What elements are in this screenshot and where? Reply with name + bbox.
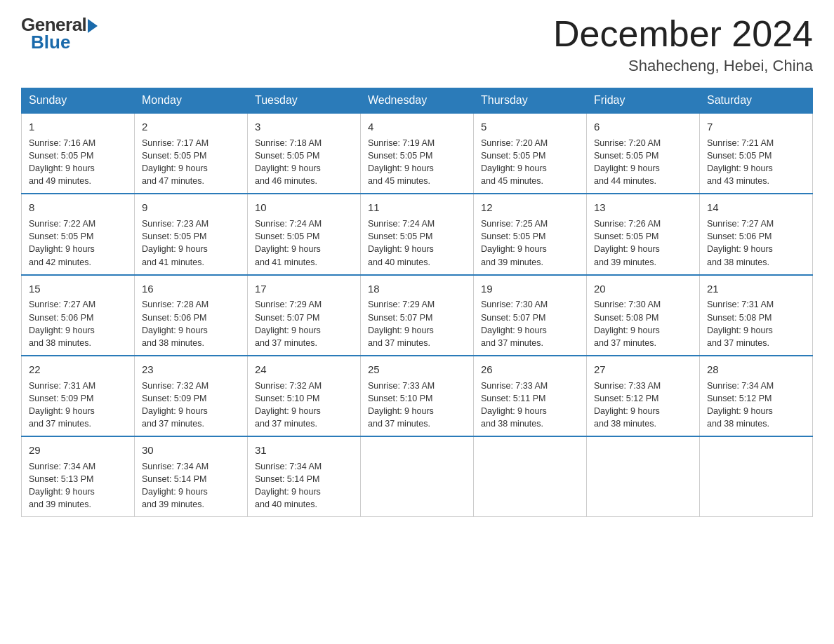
day-number: 4 — [368, 119, 466, 135]
calendar-cell: 9Sunrise: 7:23 AMSunset: 5:05 PMDaylight… — [135, 194, 248, 274]
day-number: 26 — [481, 362, 579, 377]
cell-info: Sunrise: 7:29 AMSunset: 5:07 PMDaylight:… — [368, 298, 466, 349]
cell-info: Sunrise: 7:34 AMSunset: 5:14 PMDaylight:… — [142, 460, 240, 511]
month-title: December 2024 — [553, 14, 813, 54]
cell-info: Sunrise: 7:26 AMSunset: 5:05 PMDaylight:… — [594, 217, 692, 269]
day-number: 14 — [707, 200, 805, 215]
calendar-cell: 21Sunrise: 7:31 AMSunset: 5:08 PMDayligh… — [700, 275, 813, 356]
day-number: 29 — [29, 443, 127, 458]
calendar-cell — [700, 436, 813, 517]
cell-info: Sunrise: 7:24 AMSunset: 5:05 PMDaylight:… — [368, 217, 466, 269]
header-saturday: Saturday — [700, 88, 813, 114]
calendar-cell: 3Sunrise: 7:18 AMSunset: 5:05 PMDaylight… — [248, 113, 361, 194]
calendar-cell: 1Sunrise: 7:16 AMSunset: 5:05 PMDaylight… — [22, 113, 135, 194]
day-number: 25 — [368, 362, 466, 377]
calendar-cell: 25Sunrise: 7:33 AMSunset: 5:10 PMDayligh… — [361, 356, 474, 436]
calendar-cell: 7Sunrise: 7:21 AMSunset: 5:05 PMDaylight… — [700, 113, 813, 194]
calendar-cell — [474, 436, 587, 517]
cell-info: Sunrise: 7:32 AMSunset: 5:09 PMDaylight:… — [142, 380, 240, 431]
calendar-week-row: 15Sunrise: 7:27 AMSunset: 5:06 PMDayligh… — [22, 275, 813, 356]
calendar-cell: 5Sunrise: 7:20 AMSunset: 5:05 PMDaylight… — [474, 113, 587, 194]
header-sunday: Sunday — [22, 88, 135, 114]
calendar-cell: 26Sunrise: 7:33 AMSunset: 5:11 PMDayligh… — [474, 356, 587, 436]
calendar-cell: 4Sunrise: 7:19 AMSunset: 5:05 PMDaylight… — [361, 113, 474, 194]
calendar-cell: 19Sunrise: 7:30 AMSunset: 5:07 PMDayligh… — [474, 275, 587, 356]
cell-info: Sunrise: 7:32 AMSunset: 5:10 PMDaylight:… — [255, 380, 353, 431]
cell-info: Sunrise: 7:33 AMSunset: 5:12 PMDaylight:… — [594, 380, 692, 431]
day-number: 9 — [142, 200, 240, 215]
calendar-cell: 11Sunrise: 7:24 AMSunset: 5:05 PMDayligh… — [361, 194, 474, 274]
calendar-cell: 17Sunrise: 7:29 AMSunset: 5:07 PMDayligh… — [248, 275, 361, 356]
calendar-week-row: 8Sunrise: 7:22 AMSunset: 5:05 PMDaylight… — [22, 194, 813, 274]
day-number: 1 — [29, 119, 127, 135]
day-number: 7 — [707, 119, 805, 135]
cell-info: Sunrise: 7:23 AMSunset: 5:05 PMDaylight:… — [142, 217, 240, 269]
day-number: 22 — [29, 362, 127, 377]
cell-info: Sunrise: 7:25 AMSunset: 5:05 PMDaylight:… — [481, 217, 579, 269]
cell-info: Sunrise: 7:18 AMSunset: 5:05 PMDaylight:… — [255, 137, 353, 188]
calendar-cell: 12Sunrise: 7:25 AMSunset: 5:05 PMDayligh… — [474, 194, 587, 274]
calendar-cell: 31Sunrise: 7:34 AMSunset: 5:14 PMDayligh… — [248, 436, 361, 517]
calendar-cell: 16Sunrise: 7:28 AMSunset: 5:06 PMDayligh… — [135, 275, 248, 356]
cell-info: Sunrise: 7:31 AMSunset: 5:08 PMDaylight:… — [707, 298, 805, 349]
calendar-cell: 13Sunrise: 7:26 AMSunset: 5:05 PMDayligh… — [587, 194, 700, 274]
day-number: 15 — [29, 281, 127, 297]
day-number: 28 — [707, 362, 805, 377]
calendar-header-row: SundayMondayTuesdayWednesdayThursdayFrid… — [22, 88, 813, 114]
calendar-week-row: 29Sunrise: 7:34 AMSunset: 5:13 PMDayligh… — [22, 436, 813, 517]
cell-info: Sunrise: 7:31 AMSunset: 5:09 PMDaylight:… — [29, 380, 127, 431]
cell-info: Sunrise: 7:19 AMSunset: 5:05 PMDaylight:… — [368, 137, 466, 188]
calendar-cell: 10Sunrise: 7:24 AMSunset: 5:05 PMDayligh… — [248, 194, 361, 274]
day-number: 13 — [594, 200, 692, 215]
location-text: Shahecheng, Hebei, China — [553, 57, 813, 75]
page-header: General Blue December 2024 Shahecheng, H… — [21, 14, 813, 75]
calendar-cell: 8Sunrise: 7:22 AMSunset: 5:05 PMDaylight… — [22, 194, 135, 274]
calendar-week-row: 22Sunrise: 7:31 AMSunset: 5:09 PMDayligh… — [22, 356, 813, 436]
day-number: 24 — [255, 362, 353, 377]
day-number: 5 — [481, 119, 579, 135]
calendar-cell: 22Sunrise: 7:31 AMSunset: 5:09 PMDayligh… — [22, 356, 135, 436]
day-number: 8 — [29, 200, 127, 215]
header-wednesday: Wednesday — [361, 88, 474, 114]
calendar-week-row: 1Sunrise: 7:16 AMSunset: 5:05 PMDaylight… — [22, 113, 813, 194]
day-number: 16 — [142, 281, 240, 297]
calendar-cell: 27Sunrise: 7:33 AMSunset: 5:12 PMDayligh… — [587, 356, 700, 436]
day-number: 31 — [255, 443, 353, 458]
calendar-table: SundayMondayTuesdayWednesdayThursdayFrid… — [21, 88, 813, 517]
day-number: 6 — [594, 119, 692, 135]
day-number: 3 — [255, 119, 353, 135]
day-number: 2 — [142, 119, 240, 135]
day-number: 11 — [368, 200, 466, 215]
logo: General Blue — [21, 14, 98, 53]
day-number: 20 — [594, 281, 692, 297]
cell-info: Sunrise: 7:28 AMSunset: 5:06 PMDaylight:… — [142, 298, 240, 349]
cell-info: Sunrise: 7:20 AMSunset: 5:05 PMDaylight:… — [481, 137, 579, 188]
calendar-cell — [361, 436, 474, 517]
calendar-cell — [587, 436, 700, 517]
cell-info: Sunrise: 7:17 AMSunset: 5:05 PMDaylight:… — [142, 137, 240, 188]
cell-info: Sunrise: 7:16 AMSunset: 5:05 PMDaylight:… — [29, 137, 127, 188]
calendar-cell: 29Sunrise: 7:34 AMSunset: 5:13 PMDayligh… — [22, 436, 135, 517]
cell-info: Sunrise: 7:20 AMSunset: 5:05 PMDaylight:… — [594, 137, 692, 188]
calendar-cell: 6Sunrise: 7:20 AMSunset: 5:05 PMDaylight… — [587, 113, 700, 194]
cell-info: Sunrise: 7:27 AMSunset: 5:06 PMDaylight:… — [707, 217, 805, 269]
cell-info: Sunrise: 7:21 AMSunset: 5:05 PMDaylight:… — [707, 137, 805, 188]
cell-info: Sunrise: 7:27 AMSunset: 5:06 PMDaylight:… — [29, 298, 127, 349]
header-thursday: Thursday — [474, 88, 587, 114]
day-number: 10 — [255, 200, 353, 215]
cell-info: Sunrise: 7:22 AMSunset: 5:05 PMDaylight:… — [29, 217, 127, 269]
calendar-cell: 15Sunrise: 7:27 AMSunset: 5:06 PMDayligh… — [22, 275, 135, 356]
calendar-cell: 2Sunrise: 7:17 AMSunset: 5:05 PMDaylight… — [135, 113, 248, 194]
cell-info: Sunrise: 7:30 AMSunset: 5:07 PMDaylight:… — [481, 298, 579, 349]
logo-blue-text: Blue — [31, 32, 70, 53]
day-number: 19 — [481, 281, 579, 297]
cell-info: Sunrise: 7:34 AMSunset: 5:13 PMDaylight:… — [29, 460, 127, 511]
cell-info: Sunrise: 7:34 AMSunset: 5:12 PMDaylight:… — [707, 380, 805, 431]
day-number: 23 — [142, 362, 240, 377]
header-tuesday: Tuesday — [248, 88, 361, 114]
calendar-cell: 20Sunrise: 7:30 AMSunset: 5:08 PMDayligh… — [587, 275, 700, 356]
day-number: 30 — [142, 443, 240, 458]
day-number: 27 — [594, 362, 692, 377]
logo-arrow-icon — [88, 19, 98, 33]
day-number: 17 — [255, 281, 353, 297]
